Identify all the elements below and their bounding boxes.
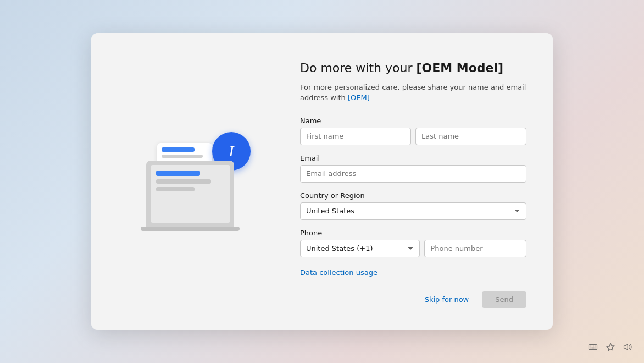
bottom-actions: Skip for now Send: [300, 285, 526, 308]
illustration-panel: I: [91, 33, 289, 330]
data-collection-link[interactable]: Data collection usage: [300, 268, 377, 277]
name-label: Name: [300, 117, 526, 125]
illustration: I: [130, 127, 251, 237]
svg-marker-8: [624, 344, 628, 350]
laptop-base: [141, 227, 240, 231]
page-title: Do more with your [OEM Model]: [300, 61, 526, 76]
star-svg: [606, 342, 615, 352]
svg-rect-0: [589, 345, 597, 350]
country-select[interactable]: United States Canada United Kingdom Aust…: [300, 202, 526, 220]
screen-bar-blue: [156, 170, 200, 176]
phone-country-select[interactable]: United States (+1) Canada (+1) United Ki…: [300, 240, 420, 257]
page-subtitle: For more personalized care, please share…: [300, 82, 526, 103]
email-group: Email: [300, 154, 526, 183]
email-input[interactable]: [300, 165, 526, 183]
name-row: [300, 128, 526, 145]
send-button[interactable]: Send: [482, 291, 526, 308]
phone-row: United States (+1) Canada (+1) United Ki…: [300, 240, 526, 257]
last-name-input[interactable]: [415, 128, 526, 145]
doc-bar-gray1: [162, 155, 203, 158]
phone-number-input[interactable]: [424, 240, 526, 257]
phone-label: Phone: [300, 229, 526, 237]
keyboard-svg: [588, 342, 598, 352]
main-dialog: I Do more with your [OEM Model] For more…: [91, 33, 553, 330]
phone-group: Phone United States (+1) Canada (+1) Uni…: [300, 229, 526, 257]
keyboard-icon[interactable]: [588, 342, 598, 354]
title-prefix: Do more with your: [300, 61, 417, 75]
laptop-screen: [146, 161, 234, 227]
taskbar-icons: [588, 342, 633, 354]
screen-bar-gray1: [156, 179, 211, 184]
laptop-screen-inner: [151, 165, 230, 223]
skip-button[interactable]: Skip for now: [418, 291, 476, 308]
volume-icon[interactable]: [623, 342, 633, 354]
country-label: Country or Region: [300, 191, 526, 200]
star-icon[interactable]: [606, 342, 615, 354]
cursor-letter: I: [229, 142, 234, 160]
screen-bar-gray2: [156, 187, 195, 191]
name-group: Name: [300, 117, 526, 145]
form-panel: Do more with your [OEM Model] For more p…: [289, 33, 553, 330]
first-name-input[interactable]: [300, 128, 411, 145]
email-label: Email: [300, 154, 526, 162]
form-section: Do more with your [OEM Model] For more p…: [300, 61, 526, 285]
title-bold: [OEM Model]: [417, 61, 504, 75]
oem-link[interactable]: [OEM]: [348, 94, 370, 102]
volume-svg: [623, 342, 633, 352]
doc-bar-blue: [162, 147, 195, 152]
country-group: Country or Region United States Canada U…: [300, 191, 526, 220]
